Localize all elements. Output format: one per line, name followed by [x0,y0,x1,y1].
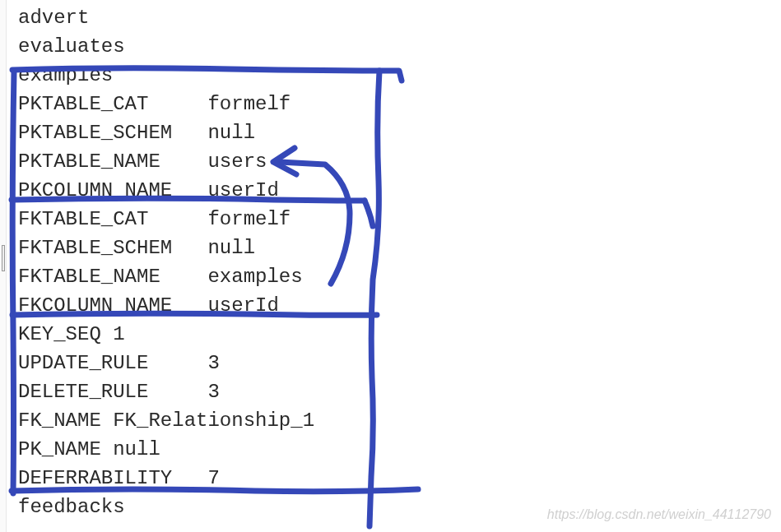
text-line: DEFERRABILITY 7 [18,464,781,493]
text-line: FKCOLUMN_NAME userId [18,291,781,320]
text-content: advert evaluates examples PKTABLE_CAT fo… [0,0,781,521]
text-line: PKCOLUMN_NAME userId [18,176,781,205]
text-line: FKTABLE_NAME examples [18,262,781,291]
text-line: FKTABLE_SCHEM null [18,234,781,262]
text-line: PK_NAME null [18,435,781,464]
text-line: KEY_SEQ 1 [18,320,781,349]
text-line: UPDATE_RULE 3 [18,349,781,377]
text-line: advert [18,3,781,32]
text-line: PKTABLE_SCHEM null [18,118,781,147]
text-line: FK_NAME FK_Relationship_1 [18,406,781,435]
text-line: examples [18,61,781,90]
editor-gutter [0,0,7,532]
text-line: FKTABLE_CAT formelf [18,205,781,234]
text-line: PKTABLE_CAT formelf [18,90,781,118]
gutter-marker [2,245,5,271]
text-line: DELETE_RULE 3 [18,377,781,406]
text-line: PKTABLE_NAME users [18,147,781,176]
watermark-text: https://blog.csdn.net/weixin_44112790 [547,507,771,522]
text-line: evaluates [18,32,781,61]
